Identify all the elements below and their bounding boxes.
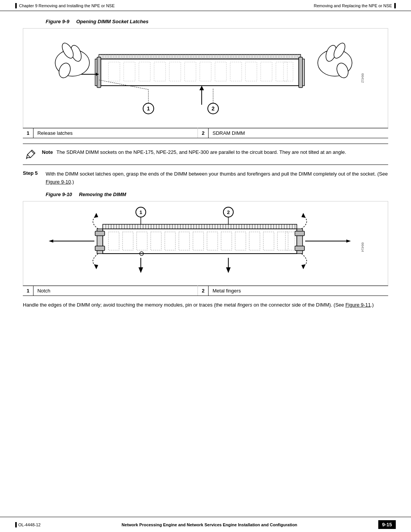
legend2-num-2: 2: [198, 286, 209, 296]
legend-row-1: 1 Release latches 2 SDRAM DIMM: [23, 128, 388, 138]
svg-rect-81: [97, 57, 101, 88]
svg-text:66414: 66414: [361, 242, 365, 252]
figure1-caption-number: Figure 9-9: [46, 19, 69, 24]
page-wrapper: Chapter 9 Removing and Installing the NP…: [0, 0, 411, 532]
header-bar-left: [15, 3, 17, 8]
header-right-text: Removing and Replacing the NPE or NSE: [314, 3, 392, 8]
svg-text:2: 2: [212, 105, 215, 112]
figure2-caption: Figure 9-10 Removing the DIMM: [23, 192, 388, 197]
page-number: 9-15: [378, 520, 396, 529]
legend-label-1: Release latches: [33, 128, 198, 138]
note-text: The SDRAM DIMM sockets on the NPE-175, N…: [56, 149, 346, 155]
svg-rect-126: [103, 224, 297, 229]
body-text-italic: fingers: [237, 302, 252, 308]
main-content: Figure 9-9 Opening DIMM Socket Latches 6…: [0, 11, 411, 337]
svg-text:1: 1: [139, 209, 142, 215]
svg-rect-82: [299, 57, 303, 88]
figure1-caption-title: Opening DIMM Socket Latches: [76, 19, 148, 24]
svg-text:1: 1: [147, 105, 150, 112]
svg-rect-201: [95, 246, 105, 251]
legend2-label-2: Metal fingers: [209, 286, 388, 296]
body-paragraph: Handle the edges of the DIMM only; avoid…: [23, 301, 388, 309]
body-text-part2: on the connector side of the DIMM). (See…: [253, 302, 374, 308]
figure1-container: 66412: [23, 28, 388, 128]
svg-rect-200: [95, 231, 105, 236]
svg-text:66412: 66412: [361, 73, 365, 83]
figure1-caption: Figure 9-9 Opening DIMM Socket Latches: [23, 19, 388, 24]
svg-text:2: 2: [227, 209, 229, 215]
footer-left: OL-4448-12: [15, 522, 41, 527]
figure1-legend-table: 1 Release latches 2 SDRAM DIMM: [23, 128, 388, 138]
figure2-legend-table: 1 Notch 2 Metal fingers: [23, 286, 388, 296]
figure2-caption-title: Removing the DIMM: [79, 192, 126, 197]
svg-rect-204: [295, 246, 304, 251]
svg-rect-203: [295, 231, 304, 236]
legend-num-2: 2: [198, 128, 209, 138]
note-pencil-icon: [25, 149, 36, 160]
header-bar-right: [394, 3, 396, 8]
figure1-svg: 66412: [42, 29, 369, 128]
figure2-caption-number: Figure 9-10: [46, 192, 72, 197]
figure10-link[interactable]: Figure 9-10: [46, 179, 71, 185]
note-content: Note The SDRAM DIMM sockets on the NPE-1…: [42, 149, 346, 156]
figure11-link[interactable]: Figure 9-11: [346, 302, 371, 308]
note-label: Note: [42, 149, 53, 155]
figure2-svg: 66414 1 2: [42, 201, 369, 285]
figure2-container: 66414 1 2: [23, 201, 388, 286]
header-right: Removing and Replacing the NPE or NSE: [314, 3, 396, 8]
legend2-num-1: 1: [23, 286, 33, 296]
step5-section: Step 5 With the DIMM socket latches open…: [23, 170, 388, 186]
step5-text: With the DIMM socket latches open, grasp…: [46, 170, 388, 186]
header-chapter-text: Chapter 9 Removing and Installing the NP…: [19, 3, 115, 8]
footer-center-text: Network Processing Engine and Network Se…: [41, 522, 378, 527]
body-text-part1: Handle the edges of the DIMM only; avoid…: [23, 302, 236, 308]
legend-label-2: SDRAM DIMM: [209, 128, 388, 138]
legend-num-1: 1: [23, 128, 33, 138]
footer-bar-left: [15, 522, 17, 527]
header-left: Chapter 9 Removing and Installing the NP…: [15, 3, 115, 8]
legend2-label-1: Notch: [33, 286, 198, 296]
note-section: Note The SDRAM DIMM sockets on the NPE-1…: [23, 144, 388, 165]
step5-label: Step 5: [23, 170, 42, 186]
page-header: Chapter 9 Removing and Installing the NP…: [0, 0, 411, 11]
legend2-row-1: 1 Notch 2 Metal fingers: [23, 286, 388, 296]
svg-rect-125: [103, 229, 297, 254]
page-footer: OL-4448-12 Network Processing Engine and…: [0, 517, 411, 532]
footer-left-label: OL-4448-12: [18, 522, 41, 527]
